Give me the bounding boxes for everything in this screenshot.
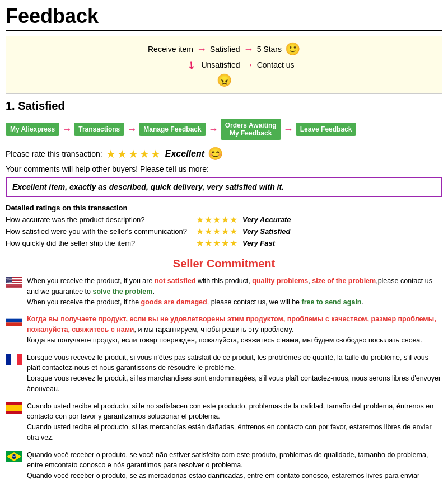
dr-value-3: Very Fast	[242, 239, 275, 247]
flow-diagram-box: Receive item → Satisfied → 5 Stars 🙂 ↘ U…	[6, 36, 442, 94]
smile-emoji: 🙂	[285, 42, 300, 57]
seller-commitment-heading: Seller Commitment	[6, 257, 442, 270]
comments-prompt: Your comments will help other buyers! Pl…	[6, 165, 442, 173]
page-title: Feedback	[6, 4, 442, 31]
commitment-text-fr: Lorsque vous recevez le produit, si vous…	[27, 353, 442, 395]
commitment-entry-pt: Quando você receber o produto, se você n…	[6, 450, 442, 480]
arrow-icon3: →	[244, 59, 254, 71]
rating-stars: ★★★★★	[106, 147, 162, 161]
section-heading: 1. Satisfied	[6, 100, 442, 114]
flag-br-icon	[6, 451, 22, 462]
step-arrow-2: →	[127, 124, 137, 135]
flag-es-icon	[6, 402, 22, 414]
dr-label-3: How quickly did the seller ship the item…	[6, 239, 196, 247]
svg-rect-9	[6, 285, 22, 286]
step-arrow-1: →	[62, 124, 72, 135]
svg-rect-21	[6, 354, 11, 365]
arrow-icon: →	[197, 44, 207, 55]
step-manage-feedback[interactable]: Manage Feedback	[139, 123, 206, 136]
commitment-entry-en: ★★★★★★ ★★★★★ ★★★★★★ ★★★★★ When you recei…	[6, 276, 442, 307]
rating-quality: Excellent	[165, 149, 204, 159]
frown-emoji: 😠	[217, 73, 232, 88]
dr-row-1: How accurate was the product description…	[6, 214, 442, 225]
rating-line: Please rate this transaction: ★★★★★ Exce…	[6, 147, 442, 161]
detailed-ratings: Detailed ratings on this transaction How…	[6, 204, 442, 248]
svg-rect-12	[6, 287, 22, 288]
dr-stars-1: ★★★★★	[196, 214, 238, 225]
commitment-text-es: Cuando usted recibe el producto, si le n…	[27, 401, 442, 443]
dr-row-2: How satisfied were you with the seller's…	[6, 226, 442, 237]
dr-label-2: How satisfied were you with the seller's…	[6, 227, 196, 236]
svg-rect-22	[11, 354, 17, 365]
arrow-icon2: →	[244, 44, 254, 55]
flow-satisfied: Satisfied	[210, 45, 240, 54]
dr-value-2: Very Satisfied	[242, 227, 291, 236]
commitment-entry-es: Cuando usted recibe el producto, si le n…	[6, 401, 442, 443]
svg-rect-8	[6, 284, 22, 285]
step-orders-awaiting[interactable]: Orders AwaitingMy Feedback	[221, 119, 281, 140]
svg-rect-10	[6, 285, 22, 287]
commitment-text-pt: Quando você receber o produto, se você n…	[27, 450, 442, 480]
step-transactions[interactable]: Transactions	[74, 123, 124, 136]
arrow-down-icon: ↘	[184, 58, 199, 72]
svg-rect-7	[6, 283, 22, 284]
step-my-aliexpress[interactable]: My Aliexpress	[6, 123, 59, 136]
commitment-text-ru: Когда вы получаете продукт, если вы не у…	[27, 314, 442, 345]
step-arrow-4: →	[283, 124, 293, 135]
dr-stars-2: ★★★★★	[196, 226, 238, 237]
smiley-face-icon: 😊	[208, 147, 223, 161]
flag-us-icon: ★★★★★★ ★★★★★ ★★★★★★ ★★★★★	[6, 277, 22, 288]
svg-rect-20	[6, 323, 22, 327]
commitment-entry-fr: Lorsque vous recevez le produit, si vous…	[6, 353, 442, 395]
dr-label-1: How accurate was the product description…	[6, 215, 196, 224]
flow-receive: Receive item	[148, 45, 193, 54]
svg-rect-11	[6, 287, 22, 288]
flow-contact: Contact us	[257, 60, 295, 69]
flag-ru-icon	[6, 315, 22, 326]
commitment-entry-ru: Когда вы получаете продукт, если вы не у…	[6, 314, 442, 345]
dr-row-3: How quickly did the seller ship the item…	[6, 238, 442, 248]
flag-fr-icon	[6, 354, 22, 365]
svg-rect-18	[6, 315, 22, 319]
svg-rect-19	[6, 319, 22, 323]
rating-prompt: Please rate this transaction:	[6, 149, 102, 158]
dr-stars-3: ★★★★★	[196, 238, 238, 248]
steps-nav: My Aliexpress → Transactions → Manage Fe…	[6, 119, 442, 140]
svg-rect-25	[6, 405, 22, 411]
detailed-ratings-title: Detailed ratings on this transaction	[6, 204, 442, 212]
flow-stars: 5 Stars	[257, 45, 282, 54]
flow-unsatisfied: Unsatisfied	[201, 60, 240, 69]
dr-value-1: Very Accurate	[242, 215, 291, 224]
svg-rect-23	[17, 354, 22, 365]
step-arrow-3: →	[208, 124, 218, 135]
comment-box: Excellent item, exactly as described, qu…	[6, 177, 442, 197]
commitment-text-en: When you receive the product, if you are…	[27, 276, 442, 307]
step-leave-feedback[interactable]: Leave Feedback	[296, 123, 357, 136]
